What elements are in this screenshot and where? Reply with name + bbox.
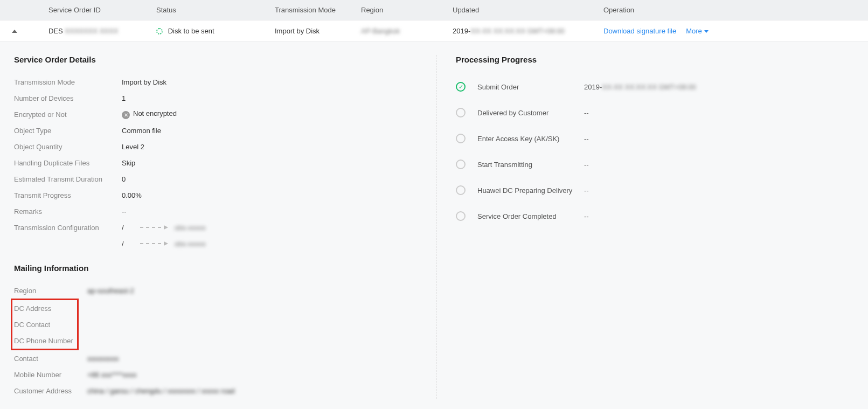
- cell-status: Disk to be sent: [156, 27, 275, 35]
- circle-icon: [456, 211, 466, 221]
- circle-icon: [456, 134, 466, 143]
- progress-step: Service Order Completed --: [456, 203, 857, 229]
- step-value: --: [584, 212, 589, 220]
- circle-icon: [456, 160, 466, 169]
- estimated-transmit-duration-value: 0: [122, 175, 154, 183]
- contact-value: xxxxxxxxx: [87, 355, 120, 363]
- step-value-redacted: XX-XX XX:XX:XX GMT+08:00: [602, 83, 696, 91]
- status-spinner-icon: [156, 28, 163, 34]
- not-encrypted-icon: ✕: [122, 111, 130, 119]
- progress-step: Enter Access Key (AK/SK) --: [456, 126, 857, 151]
- cell-region: AP-Bangkok: [361, 27, 453, 35]
- expanded-panel: Service Order Details Transmission ModeI…: [0, 42, 868, 409]
- object-quantity-value: Level 2: [122, 143, 154, 151]
- step-label: Submit Order: [477, 83, 584, 91]
- config-src-2: /: [122, 240, 133, 248]
- encrypted-label: Encrypted or Not: [14, 110, 122, 119]
- transmission-mode-label: Transmission Mode: [14, 78, 122, 86]
- order-id-prefix: DES: [48, 27, 63, 35]
- number-of-devices-label: Number of Devices: [14, 94, 122, 102]
- step-value-prefix: 2019-: [584, 83, 602, 91]
- encrypted-value: ✕Not encrypted: [122, 109, 177, 119]
- dc-contact-label: DC Contact: [14, 321, 77, 329]
- dc-fields-highlight: DC Address DC Contact DC Phone Number: [11, 299, 79, 350]
- step-value: --: [584, 109, 589, 117]
- transmission-config-label: Transmission Configuration: [14, 224, 122, 232]
- mobile-number-label: Mobile Number: [14, 371, 87, 379]
- step-label: Huawei DC Preparing Delivery: [477, 186, 584, 195]
- th-region: Region: [361, 6, 453, 14]
- step-value: --: [584, 135, 589, 143]
- contact-label: Contact: [14, 355, 87, 363]
- config-dst-1: obs-xxxxx: [175, 224, 206, 232]
- duplicate-files-value: Skip: [122, 159, 154, 167]
- customer-address-label: Customer Address: [14, 387, 87, 395]
- dc-phone-number-label: DC Phone Number: [14, 337, 77, 345]
- transmission-mode-value: Import by Disk: [122, 78, 166, 86]
- arrow-right-icon: [140, 227, 167, 228]
- mailing-region-label: Region: [14, 287, 87, 295]
- step-label: Start Transmitting: [477, 161, 584, 169]
- cell-updated: 2019-XX-XX XX:XX:XX GMT+08:00: [453, 27, 603, 35]
- download-signature-link[interactable]: Download signature file: [603, 27, 676, 35]
- config-dst-2: obs-xxxxx: [175, 240, 206, 248]
- step-value: --: [584, 161, 589, 169]
- th-status: Status: [156, 6, 275, 14]
- check-circle-icon: ✓: [456, 82, 466, 92]
- cell-operation: Download signature file More: [603, 27, 868, 35]
- updated-prefix: 2019-: [453, 27, 470, 35]
- progress-step: Delivered by Customer --: [456, 100, 857, 126]
- th-service-order-id: Service Order ID: [48, 6, 156, 14]
- estimated-transmit-duration-label: Estimated Transmit Duration: [14, 175, 122, 183]
- step-value: --: [584, 186, 589, 195]
- dc-address-label: DC Address: [14, 304, 77, 313]
- mobile-number-value: +86 xxx****xxxx: [87, 371, 136, 379]
- remarks-label: Remarks: [14, 207, 122, 216]
- updated-redacted: XX-XX XX:XX:XX GMT+08:00: [470, 27, 565, 35]
- more-dropdown[interactable]: More: [686, 27, 709, 35]
- th-operation: Operation: [603, 6, 868, 14]
- table-header: Service Order ID Status Transmission Mod…: [0, 0, 868, 20]
- transmit-progress-value: 0.00%: [122, 191, 154, 199]
- object-type-value: Common file: [122, 127, 161, 135]
- transmit-progress-label: Transmit Progress: [14, 191, 122, 199]
- table-row: DES XXXXXXX XXXX Disk to be sent Import …: [0, 20, 868, 42]
- object-quantity-label: Object Quantity: [14, 143, 122, 151]
- arrow-right-icon: [140, 243, 167, 244]
- order-id-redacted: XXXXXXX XXXX: [65, 27, 118, 35]
- step-label: Delivered by Customer: [477, 109, 584, 117]
- number-of-devices-value: 1: [122, 94, 154, 102]
- step-value: 2019-XX-XX XX:XX:XX GMT+08:00: [584, 83, 696, 91]
- th-transmission-mode: Transmission Mode: [275, 6, 361, 14]
- progress-step: Start Transmitting --: [456, 151, 857, 177]
- processing-progress-title: Processing Progress: [456, 55, 857, 64]
- region-redacted: AP-Bangkok: [361, 27, 400, 35]
- cell-transmission-mode: Import by Disk: [275, 27, 361, 35]
- chevron-down-icon: [704, 30, 709, 33]
- customer-address-value: china / gansu / chengdu / xxxxxxxx / xxx…: [87, 387, 235, 395]
- object-type-label: Object Type: [14, 127, 122, 135]
- duplicate-files-label: Handling Duplicate Files: [14, 159, 122, 167]
- status-text: Disk to be sent: [168, 27, 214, 35]
- step-label: Service Order Completed: [477, 212, 584, 220]
- remarks-value: --: [122, 207, 154, 216]
- config-src-1: /: [122, 224, 133, 232]
- progress-step: Huawei DC Preparing Delivery --: [456, 177, 857, 203]
- service-order-details-title: Service Order Details: [14, 55, 425, 64]
- th-updated: Updated: [453, 6, 603, 14]
- mailing-region-value: ap-southeast-2: [87, 287, 134, 295]
- progress-step: ✓ Submit Order 2019-XX-XX XX:XX:XX GMT+0…: [456, 74, 857, 100]
- more-label: More: [686, 27, 702, 35]
- circle-icon: [456, 185, 466, 195]
- mailing-information-title: Mailing Information: [14, 264, 425, 273]
- cell-service-order-id: DES XXXXXXX XXXX: [48, 27, 156, 35]
- encrypted-text: Not encrypted: [133, 109, 177, 117]
- step-label: Enter Access Key (AK/SK): [477, 135, 584, 143]
- collapse-icon[interactable]: [12, 30, 17, 33]
- circle-icon: [456, 108, 466, 117]
